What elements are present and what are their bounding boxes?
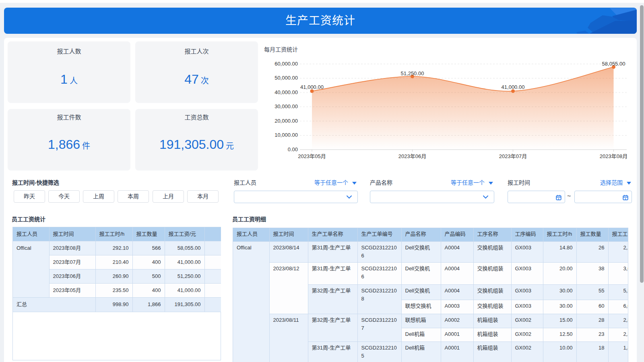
svg-text:10,000.00: 10,000.00: [275, 132, 298, 138]
svg-text:58,055.00: 58,055.00: [602, 61, 625, 67]
svg-text:40,000.00: 40,000.00: [275, 89, 298, 95]
svg-text:0.00: 0.00: [288, 146, 298, 152]
svg-text:51,250.00: 51,250.00: [401, 70, 424, 76]
svg-text:30,000.00: 30,000.00: [275, 103, 298, 109]
svg-text:2023年06月: 2023年06月: [398, 153, 426, 159]
svg-text:50,000.00: 50,000.00: [275, 75, 298, 81]
svg-text:41,000.00: 41,000.00: [502, 84, 525, 90]
svg-text:2023年05月: 2023年05月: [298, 153, 326, 159]
svg-text:2023年07月: 2023年07月: [499, 153, 527, 159]
svg-text:41,000.00: 41,000.00: [300, 84, 324, 90]
svg-text:2023年08月: 2023年08月: [600, 153, 627, 159]
svg-text:60,000.00: 60,000.00: [275, 61, 298, 67]
svg-text:20,000.00: 20,000.00: [275, 118, 298, 124]
